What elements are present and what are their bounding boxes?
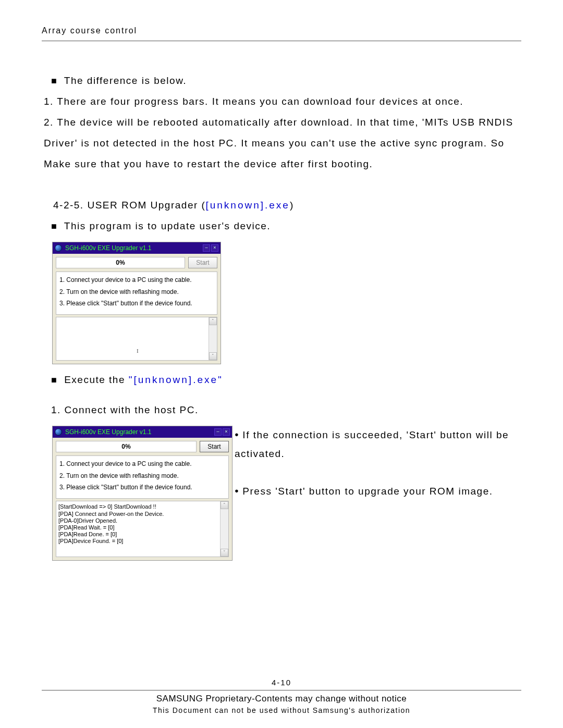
instruction-panel: 1. Connect your device to a PC using the… — [56, 272, 217, 315]
log-line: [PDA-0]Driver Opened. — [58, 517, 219, 524]
instruction-line: 3. Please click "Start" button if the de… — [59, 300, 214, 307]
app-icon — [55, 244, 62, 252]
exe-filename: "[unknown].exe" — [129, 374, 223, 385]
text: The difference is below. — [64, 75, 187, 86]
upgrader-window-initial: SGH-i600v EXE Upgrader v1.1 – × 0% Start… — [52, 242, 221, 364]
instruction-panel: 1. Connect your device to a PC using the… — [56, 455, 229, 499]
header-rule — [42, 41, 521, 41]
round-bullet-icon: ● — [235, 430, 239, 438]
execute-line: ■ Execute the "[unknown].exe" — [51, 369, 521, 390]
log-panel: I ˄ ˅ — [56, 317, 217, 361]
log-line: [PDA] Connect and Power-on the Device. — [58, 511, 219, 517]
page-footer: 4-10 SAMSUNG Proprietary-Contents may ch… — [42, 678, 521, 714]
scroll-down-icon[interactable]: ˅ — [209, 352, 217, 360]
minimize-icon[interactable]: – — [203, 244, 210, 252]
page-number: 4-10 — [42, 678, 521, 687]
minimize-icon[interactable]: – — [214, 428, 222, 436]
close-icon[interactable]: × — [223, 428, 230, 436]
step-1: 1. Connect with the host PC. — [51, 400, 521, 421]
instruction-line: 1. Connect your device to a PC using the… — [59, 276, 214, 283]
progress-bar: 0% — [56, 441, 197, 452]
log-line: [PDA]Read Done. = [0] — [58, 531, 219, 538]
square-bullet-icon: ■ — [51, 76, 57, 86]
side-note-1: ●If the connection is succeeded, 'Start'… — [235, 426, 521, 463]
side-note-2: ●Press 'Start' button to upgrade your RO… — [235, 482, 521, 501]
upgrader-window-connected: SGH-i600v EXE Upgrader v1.1 – × 0% Start… — [52, 426, 232, 561]
section-heading: 4-2-5. USER ROM Upgrader ([unknown].exe) — [53, 195, 521, 216]
difference-heading: ■ The difference is below. — [51, 70, 521, 91]
instruction-line: 2. Turn on the device with reflashing mo… — [59, 288, 214, 295]
square-bullet-icon: ■ — [51, 375, 57, 385]
window-title: SGH-i600v EXE Upgrader v1.1 — [65, 428, 211, 436]
text: If the connection is succeeded, 'Start' … — [235, 429, 509, 459]
exe-filename: [unknown].exe — [205, 200, 290, 211]
scrollbar[interactable]: ˄ ˅ — [220, 501, 228, 557]
start-button[interactable]: Start — [200, 441, 229, 452]
text: Execute the — [64, 374, 129, 385]
log-line: [StartDownload => 0] StartDownload !! — [58, 503, 219, 510]
log-line: [PDA]Device Found. = [0] — [58, 538, 219, 545]
app-icon — [55, 428, 62, 436]
point-2: 2. The device will be rebooted automatic… — [44, 112, 521, 175]
round-bullet-icon: ● — [235, 487, 239, 495]
window-titlebar: SGH-i600v EXE Upgrader v1.1 – × — [53, 242, 221, 254]
scroll-up-icon[interactable]: ˄ — [209, 317, 217, 325]
progress-bar: 0% — [56, 257, 185, 268]
window-titlebar: SGH-i600v EXE Upgrader v1.1 – × — [53, 426, 232, 438]
instruction-line: 3. Please click "Start" button if the de… — [59, 484, 225, 491]
point-1: 1. There are four progress bars. It mean… — [44, 91, 521, 112]
footer-authorization: This Document can not be used without Sa… — [42, 706, 521, 714]
section-number: 4-2-5. USER ROM Upgrader ( — [53, 200, 205, 211]
scroll-down-icon[interactable]: ˅ — [221, 549, 228, 557]
text-cursor-icon: I — [137, 348, 139, 354]
scroll-up-icon[interactable]: ˄ — [221, 501, 228, 509]
window-title: SGH-i600v EXE Upgrader v1.1 — [65, 244, 200, 252]
page-header: Array course control — [42, 26, 521, 35]
text: Press 'Start' button to upgrade your ROM… — [242, 486, 493, 497]
footer-rule — [42, 690, 521, 690]
square-bullet-icon: ■ — [51, 221, 57, 231]
close-icon[interactable]: × — [211, 244, 218, 252]
instruction-line: 2. Turn on the device with reflashing mo… — [59, 472, 225, 479]
instruction-line: 1. Connect your device to a PC using the… — [59, 460, 225, 467]
section-description: ■ This program is to update user's devic… — [51, 216, 521, 237]
footer-proprietary: SAMSUNG Proprietary-Contents may change … — [42, 694, 521, 704]
scrollbar[interactable]: ˄ ˅ — [209, 317, 217, 360]
section-close: ) — [290, 200, 294, 211]
text: This program is to update user's device. — [64, 220, 271, 231]
log-panel: [StartDownload => 0] StartDownload !! [P… — [56, 501, 229, 557]
start-button[interactable]: Start — [188, 257, 217, 268]
log-line: [PDA]Read Wait. = [0] — [58, 524, 219, 531]
